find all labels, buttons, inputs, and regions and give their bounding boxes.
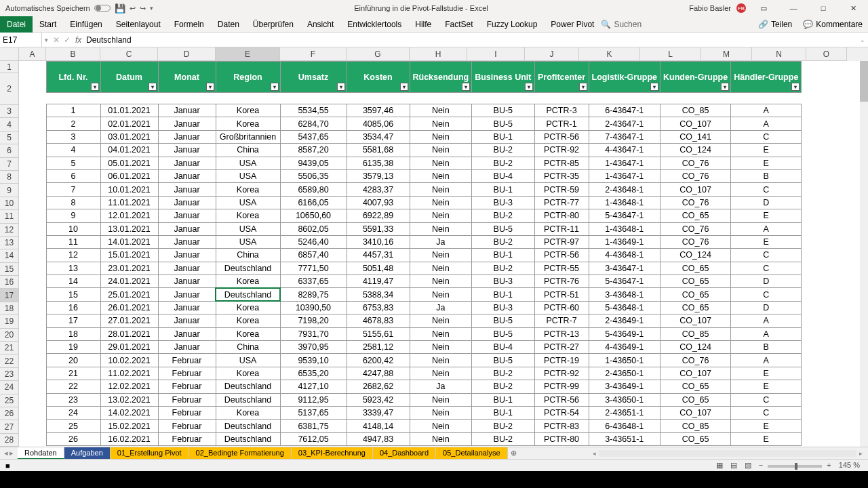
table-cell[interactable]: 6166,05	[280, 196, 347, 209]
table-cell[interactable]: Nein	[410, 420, 472, 432]
row-header-24[interactable]: 24	[0, 381, 19, 394]
table-cell[interactable]: 2-43651-1	[589, 406, 660, 419]
filter-dropdown-icon[interactable]: ▾	[579, 83, 587, 91]
table-cell[interactable]: D	[731, 196, 802, 209]
table-cell[interactable]: Januar	[158, 130, 216, 143]
table-cell[interactable]: Korea	[216, 117, 280, 130]
table-cell[interactable]: China	[216, 249, 280, 262]
table-cell[interactable]: BU-1	[472, 130, 534, 143]
table-cell[interactable]: 9539,10	[280, 354, 347, 367]
sheet-nav-next-icon[interactable]: ▸	[9, 449, 14, 458]
table-header[interactable]: Logistik-Gruppe▾	[589, 62, 660, 93]
table-cell[interactable]: BU-3	[472, 275, 534, 288]
col-header-O[interactable]: O	[806, 47, 847, 61]
table-cell[interactable]: PCTR-85	[534, 157, 589, 169]
select-all-corner[interactable]	[0, 47, 19, 61]
row-headers[interactable]: 1234567891011121314151617181920212223242…	[0, 61, 19, 447]
table-cell[interactable]: CO_65	[660, 209, 731, 222]
table-cell[interactable]: Nein	[410, 275, 472, 288]
row-header-15[interactable]: 15	[0, 263, 19, 276]
ribbon-tab-ansicht[interactable]: Ansicht	[300, 16, 340, 33]
table-cell[interactable]: C	[731, 249, 802, 262]
table-cell[interactable]: Januar	[158, 117, 216, 130]
table-cell[interactable]: Nein	[410, 249, 472, 262]
col-header-K[interactable]: K	[579, 47, 640, 61]
table-cell[interactable]: Januar	[158, 222, 216, 235]
table-cell[interactable]: Nein	[410, 117, 472, 130]
table-cell[interactable]: Februar	[158, 354, 216, 367]
table-cell[interactable]: 5923,42	[347, 393, 410, 406]
table-cell[interactable]: 11.02.2021	[100, 367, 158, 380]
sheet-tab[interactable]: 04_Dashboard	[373, 447, 436, 460]
ribbon-tab-start[interactable]: Start	[33, 16, 63, 33]
table-cell[interactable]: Korea	[216, 327, 280, 340]
horizontal-scrollbar[interactable]	[599, 450, 856, 457]
row-header-17[interactable]: 17	[0, 289, 19, 302]
table-cell[interactable]: 15.02.2021	[100, 420, 158, 432]
table-cell[interactable]: PCTR-80	[534, 432, 589, 445]
table-header[interactable]: Profitcenter▾	[534, 62, 589, 93]
expand-formulabar-icon[interactable]: ⌄	[857, 37, 868, 43]
table-cell[interactable]: 6381,75	[280, 420, 347, 432]
table-cell[interactable]: PCTR-97	[534, 235, 589, 248]
table-cell[interactable]: 5137,65	[280, 406, 347, 419]
table-cell[interactable]: China	[216, 144, 280, 157]
table-cell[interactable]: BU-3	[472, 301, 534, 314]
row-header-10[interactable]: 10	[0, 197, 19, 210]
table-cell[interactable]: Deutschland	[216, 380, 280, 393]
zoom-level[interactable]: 145 %	[836, 461, 863, 469]
table-cell[interactable]: Korea	[216, 104, 280, 117]
table-cell[interactable]: 8	[46, 196, 100, 209]
table-cell[interactable]: 7612,05	[280, 432, 347, 445]
filter-dropdown-icon[interactable]: ▾	[91, 83, 99, 91]
table-cell[interactable]: E	[731, 209, 802, 222]
table-cell[interactable]: CO_76	[660, 235, 731, 248]
filter-dropdown-icon[interactable]: ▾	[525, 83, 533, 91]
table-cell[interactable]: 6135,38	[347, 157, 410, 169]
row-header-22[interactable]: 22	[0, 354, 19, 367]
table-cell[interactable]: CO_85	[660, 104, 731, 117]
table-cell[interactable]: PCTR-80	[534, 209, 589, 222]
ribbon-tab-einfügen[interactable]: Einfügen	[63, 16, 108, 33]
table-header[interactable]: Kunden-Gruppe▾	[660, 62, 731, 93]
table-cell[interactable]: USA	[216, 235, 280, 248]
table-cell[interactable]: CO_107	[660, 314, 731, 327]
table-cell[interactable]: CO_124	[660, 144, 731, 157]
table-cell[interactable]: PCTR-55	[534, 262, 589, 274]
table-cell[interactable]: 14	[46, 275, 100, 288]
table-cell[interactable]: CO_65	[660, 301, 731, 314]
table-header[interactable]: Monat▾	[158, 62, 216, 93]
col-header-F[interactable]: F	[280, 47, 347, 61]
normal-view-icon[interactable]: ▦	[713, 461, 726, 469]
table-cell[interactable]: 10.02.2021	[100, 354, 158, 367]
table-cell[interactable]: PCTR-60	[534, 301, 589, 314]
table-cell[interactable]: BU-4	[472, 169, 534, 182]
col-header-D[interactable]: D	[158, 47, 216, 61]
table-cell[interactable]: 6535,20	[280, 367, 347, 380]
table-cell[interactable]: Nein	[410, 157, 472, 169]
sheet-tab[interactable]: Rohdaten	[18, 447, 64, 460]
table-cell[interactable]: A	[731, 354, 802, 367]
fx-icon[interactable]: fx	[73, 35, 82, 45]
table-cell[interactable]: Korea	[216, 275, 280, 288]
table-cell[interactable]: CO_65	[660, 432, 731, 445]
table-cell[interactable]: 5388,34	[347, 288, 410, 301]
table-cell[interactable]: CO_76	[660, 169, 731, 182]
table-cell[interactable]: 14.01.2021	[100, 235, 158, 248]
table-cell[interactable]: 23	[46, 393, 100, 406]
row-header-4[interactable]: 4	[0, 118, 19, 131]
table-cell[interactable]: 6-43648-1	[589, 420, 660, 432]
table-cell[interactable]: Nein	[410, 130, 472, 143]
hscroll-right-icon[interactable]: ▸	[859, 450, 863, 457]
col-header-H[interactable]: H	[410, 47, 467, 61]
table-cell[interactable]: 5	[46, 157, 100, 169]
row-header-2[interactable]: 2	[0, 73, 19, 105]
table-cell[interactable]: B	[731, 341, 802, 354]
table-cell[interactable]: 1-43649-1	[589, 235, 660, 248]
table-cell[interactable]: Korea	[216, 367, 280, 380]
sheet-tab[interactable]: Aufgaben	[64, 447, 111, 460]
table-cell[interactable]: USA	[216, 169, 280, 182]
table-cell[interactable]: 28.01.2021	[100, 327, 158, 340]
ribbon-tab-entwicklertools[interactable]: Entwicklertools	[340, 16, 408, 33]
table-cell[interactable]: CO_107	[660, 117, 731, 130]
